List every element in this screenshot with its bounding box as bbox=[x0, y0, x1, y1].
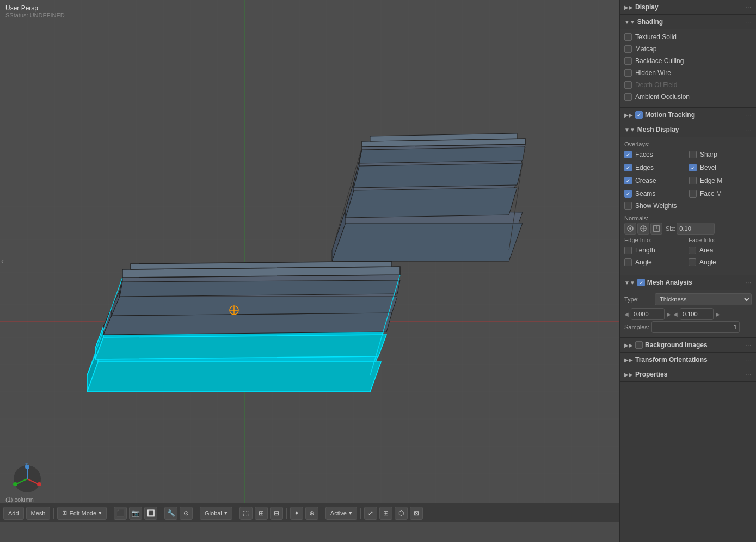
max-arrow-left[interactable]: ◀ bbox=[673, 311, 678, 317]
toolbar-sep-1 bbox=[53, 508, 54, 519]
camera-btn[interactable]: 📷 bbox=[129, 507, 142, 520]
faces-row: Faces bbox=[624, 149, 687, 161]
toolbar-sep-5 bbox=[236, 508, 236, 519]
show-weights-row: Show Weights bbox=[624, 200, 752, 212]
viewport-shading-btn[interactable]: ⬛ bbox=[114, 507, 127, 520]
mesh-display-header[interactable]: ▼ Mesh Display ··· bbox=[620, 122, 756, 137]
depth-row: Depth Of Field bbox=[624, 79, 752, 91]
mesh-analysis-header[interactable]: ▼ Mesh Analysis ··· bbox=[620, 275, 756, 290]
show-weights-checkbox[interactable] bbox=[624, 202, 632, 210]
viewport-3d[interactable]: User Persp SStatus: UNDEFINED ‹ X Y Z (1… bbox=[0, 0, 619, 522]
svg-marker-53 bbox=[87, 362, 381, 392]
mesh-analysis-checkbox[interactable] bbox=[637, 279, 645, 286]
mirror-btn[interactable]: ⤢ bbox=[364, 507, 377, 520]
orientation-gizmo[interactable]: X Y Z bbox=[11, 463, 44, 495]
edgem-checkbox[interactable] bbox=[689, 177, 697, 184]
ambient-checkbox[interactable] bbox=[624, 93, 632, 101]
background-images-header[interactable]: ▶ Background Images ··· bbox=[620, 338, 756, 352]
face-angle-checkbox[interactable] bbox=[689, 258, 696, 266]
face-normals-btn[interactable] bbox=[650, 223, 662, 235]
shading-arrow: ▼ bbox=[624, 19, 635, 25]
area-label: Area bbox=[699, 247, 713, 254]
clipping-btn[interactable]: ⬡ bbox=[395, 507, 408, 520]
backface-label: Backface Culling bbox=[635, 57, 684, 65]
edges-checkbox[interactable] bbox=[624, 164, 632, 171]
view-label: User Persp bbox=[5, 4, 65, 12]
snap-btn[interactable]: 🔧 bbox=[164, 507, 177, 520]
normals-size-input[interactable] bbox=[677, 223, 715, 235]
min-arrow-left[interactable]: ◀ bbox=[624, 311, 629, 317]
motion-tracking-dots: ··· bbox=[746, 112, 752, 118]
motion-tracking-checkbox[interactable] bbox=[635, 111, 643, 119]
svg-marker-62 bbox=[112, 297, 397, 316]
area-row: Area bbox=[689, 244, 752, 256]
show-weights-label: Show Weights bbox=[635, 202, 677, 210]
loop-normals-btn[interactable] bbox=[637, 223, 649, 235]
transform-orientations-section: ▶ Transform Orientations ··· bbox=[620, 353, 756, 367]
vertex-normals-btn[interactable] bbox=[624, 223, 636, 235]
seams-checkbox[interactable] bbox=[624, 190, 632, 198]
transform-orientation[interactable]: Global ▾ bbox=[200, 507, 232, 520]
transform-orientations-header[interactable]: ▶ Transform Orientations ··· bbox=[620, 353, 756, 367]
display-section-header[interactable]: ▶ Display ··· bbox=[620, 0, 756, 14]
max-value-input[interactable] bbox=[680, 308, 714, 320]
min-value-input[interactable] bbox=[631, 308, 665, 320]
matcap-row: Matcap bbox=[624, 43, 752, 55]
render-btn[interactable]: 🔳 bbox=[144, 507, 157, 520]
normals-controls: Siz: bbox=[624, 223, 752, 235]
size-label: Siz: bbox=[666, 225, 675, 232]
max-arrow-right[interactable]: ▶ bbox=[716, 311, 720, 317]
face-info-header: Face Info: Area Angle bbox=[689, 237, 752, 268]
type-select[interactable]: Thickness Sharp Distortion Intersect bbox=[655, 293, 752, 305]
bevel-checkbox[interactable] bbox=[689, 164, 697, 171]
shading-dots: ··· bbox=[746, 19, 752, 25]
overlay-btn3[interactable]: ⊟ bbox=[270, 507, 283, 520]
length-label: Length bbox=[635, 247, 655, 254]
edge-angle-label: Angle bbox=[635, 258, 652, 266]
shading-section-header[interactable]: ▼ Shading ··· bbox=[620, 15, 756, 29]
mesh-button[interactable]: Mesh bbox=[26, 507, 51, 520]
overlay-btn1[interactable]: ⬚ bbox=[239, 507, 253, 520]
global-dropdown-icon: ▾ bbox=[224, 509, 228, 516]
background-images-checkbox[interactable] bbox=[635, 341, 643, 349]
edge-angle-checkbox[interactable] bbox=[624, 258, 632, 266]
bevel-row: Bevel bbox=[689, 162, 752, 174]
hidden-wire-checkbox[interactable] bbox=[624, 69, 632, 77]
snap-to-btn[interactable]: ⊞ bbox=[379, 507, 392, 520]
facem-checkbox[interactable] bbox=[689, 190, 697, 198]
scroll-indicator: ‹ bbox=[1, 256, 4, 266]
add-button[interactable]: Add bbox=[3, 507, 24, 520]
depth-checkbox[interactable] bbox=[624, 81, 632, 89]
faces-checkbox[interactable] bbox=[624, 151, 632, 158]
seams-row: Seams bbox=[624, 188, 687, 200]
layer-selector[interactable]: Active ▾ bbox=[325, 507, 357, 520]
type-label: Type: bbox=[624, 296, 651, 303]
sharp-checkbox[interactable] bbox=[689, 151, 697, 158]
backface-checkbox[interactable] bbox=[624, 57, 632, 65]
matcap-checkbox[interactable] bbox=[624, 45, 632, 53]
toolbar-sep-3 bbox=[161, 508, 161, 519]
crease-label: Crease bbox=[635, 177, 656, 184]
properties-section-header[interactable]: ▶ Properties ··· bbox=[620, 367, 756, 381]
proportional-btn[interactable]: ⊙ bbox=[180, 507, 193, 520]
mesh-display-dots: ··· bbox=[746, 127, 752, 133]
display-arrow: ▶ bbox=[624, 4, 633, 10]
area-checkbox[interactable] bbox=[689, 247, 696, 254]
crease-checkbox[interactable] bbox=[624, 177, 632, 184]
svg-rect-0 bbox=[0, 0, 619, 522]
length-checkbox[interactable] bbox=[624, 247, 632, 254]
textured-solid-checkbox[interactable] bbox=[624, 33, 632, 41]
min-arrow-right[interactable]: ▶ bbox=[667, 311, 671, 317]
edgem-row: Edge M bbox=[689, 175, 752, 187]
motion-tracking-header[interactable]: ▶ Motion Tracking ··· bbox=[620, 108, 756, 122]
mode-selector[interactable]: ⊞ Edit Mode ▾ bbox=[57, 507, 107, 520]
transform-orientations-arrow: ▶ bbox=[624, 357, 633, 363]
global-label: Global bbox=[205, 510, 222, 516]
edit-mode-btn[interactable]: ✦ bbox=[290, 507, 303, 520]
overlay-btn2[interactable]: ⊞ bbox=[255, 507, 268, 520]
xray-btn[interactable]: ⊠ bbox=[410, 507, 423, 520]
pivot-btn[interactable]: ⊕ bbox=[305, 507, 318, 520]
mesh-display-body: Overlays: Faces Sharp Edges bbox=[620, 137, 756, 275]
samples-input[interactable] bbox=[651, 321, 740, 333]
active-label: Active bbox=[330, 510, 347, 516]
